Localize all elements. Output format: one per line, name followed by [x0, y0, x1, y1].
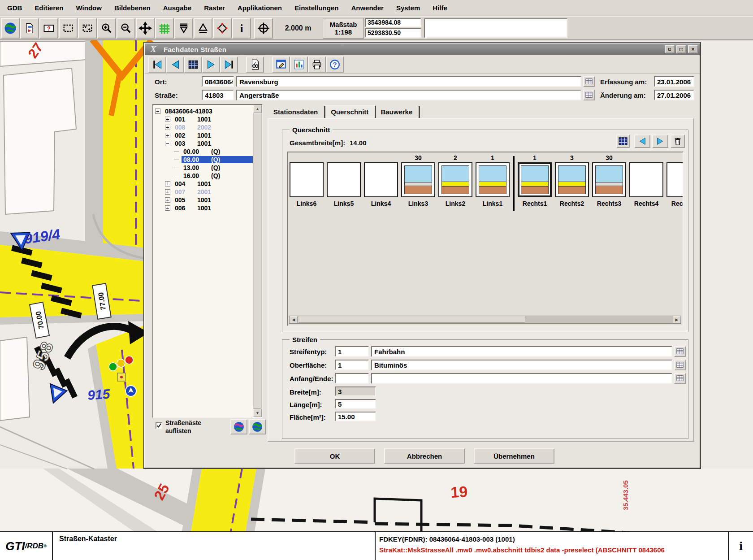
previous-record-icon[interactable]	[166, 56, 184, 73]
strip-links3[interactable]: 30Links3	[401, 154, 435, 211]
close-button[interactable]: ×	[688, 45, 698, 53]
bar-chart-icon[interactable]	[290, 56, 308, 73]
next-record-icon[interactable]	[202, 56, 220, 73]
tree-row[interactable]: 08436064-41803	[153, 107, 253, 115]
triangle-tool-icon[interactable]	[194, 18, 212, 39]
streifentyp-text-field[interactable]: Fahrbahn	[371, 346, 672, 357]
strip-thumbnail[interactable]	[290, 162, 324, 197]
form-edit-icon[interactable]	[272, 56, 290, 73]
strip-delete-icon[interactable]	[671, 135, 685, 148]
tree-row[interactable]: 0041001	[153, 180, 253, 188]
abbrechen-button[interactable]: Abbrechen	[384, 448, 465, 464]
tree-expander-icon[interactable]	[165, 141, 170, 146]
printer-icon[interactable]	[308, 56, 326, 73]
strip-rechts5[interactable]: Rechts5	[666, 154, 683, 211]
help-icon[interactable]: ?	[326, 56, 344, 73]
tree-row[interactable]: 13.00(Q)	[153, 164, 253, 172]
ort-lookup-icon[interactable]	[583, 76, 595, 87]
menu-einstellungen[interactable]: Einstellungen	[294, 4, 338, 12]
tree-row[interactable]: 0061001	[153, 204, 253, 212]
tree-row[interactable]: 16.00(Q)	[153, 172, 253, 180]
scroll-down-icon[interactable]: ▼	[253, 409, 262, 417]
record-table-icon[interactable]	[184, 56, 202, 73]
ort-code-field[interactable]: 08436064	[202, 76, 234, 87]
tree-vertical-scrollbar[interactable]: ▲ ▼	[253, 105, 262, 417]
menu-editieren[interactable]: Editieren	[35, 4, 63, 12]
strip-rechts4[interactable]: Rechts4	[629, 154, 663, 211]
zoom-window-icon[interactable]	[78, 18, 97, 39]
strip-thumbnail[interactable]	[327, 162, 361, 197]
filter-funnel-icon[interactable]	[174, 18, 193, 39]
scroll-up-icon[interactable]: ▲	[253, 105, 262, 113]
document-search-icon[interactable]	[246, 56, 264, 73]
menu-applikationen[interactable]: Applikationen	[238, 4, 282, 12]
strip-previous-icon[interactable]	[634, 135, 650, 148]
strip-thumbnail[interactable]	[629, 162, 663, 197]
tree-row-selected[interactable]: 08.00(Q)	[153, 156, 253, 164]
strasse-code-field[interactable]: 41803	[202, 90, 234, 100]
oberflaeche-code-field[interactable]: 1	[335, 360, 369, 370]
strip-links2[interactable]: 2Links2	[438, 154, 472, 211]
info-icon[interactable]: i	[729, 532, 753, 560]
ort-name-field[interactable]: Ravensburg	[236, 76, 581, 87]
globe-icon[interactable]	[1, 18, 20, 39]
strip-rechts1-selected[interactable]: 1Rechts1	[518, 154, 552, 211]
tree-row[interactable]: 0031001	[153, 139, 253, 148]
menu-anwender[interactable]: Anwender	[351, 4, 384, 12]
aenderung-date-field[interactable]: 27.01.2006	[654, 90, 694, 100]
strip-next-icon[interactable]	[652, 135, 668, 148]
strip-thumbnail[interactable]	[592, 162, 626, 197]
crosshair-icon[interactable]	[254, 18, 273, 39]
menu-raster[interactable]: Raster	[204, 4, 225, 12]
menu-gdb[interactable]: GDB	[7, 4, 22, 12]
strip-links4[interactable]: Links4	[364, 154, 398, 211]
anfang-ende-text-field[interactable]	[371, 373, 672, 384]
menu-bildebenen[interactable]: Bildebenen	[114, 4, 151, 12]
scroll-left-icon[interactable]: ◀	[290, 316, 298, 323]
oberflaeche-lookup-icon[interactable]	[674, 360, 686, 370]
menu-ausgabe[interactable]: Ausgabe	[163, 4, 191, 12]
section-tree[interactable]: 08436064-41803 0011001 0082002 0021001 0…	[153, 105, 253, 417]
tree-row[interactable]: 0082002	[153, 123, 253, 131]
strasse-name-field[interactable]: Angerstraße	[236, 90, 581, 100]
strassenaeste-checkbox[interactable]	[156, 422, 162, 429]
grid-icon[interactable]	[155, 18, 174, 39]
maximize-button[interactable]	[676, 45, 686, 53]
tree-row[interactable]: 0051001	[153, 196, 253, 204]
last-record-icon[interactable]	[220, 56, 238, 73]
erfassung-date-field[interactable]: 23.01.2006	[654, 76, 694, 87]
tree-expander-icon[interactable]	[165, 181, 170, 187]
anfang-ende-lookup-icon[interactable]	[674, 373, 686, 384]
strip-links6[interactable]: Links6	[290, 154, 324, 211]
strip-thumbnail[interactable]	[364, 162, 398, 197]
menu-window[interactable]: Window	[76, 4, 102, 12]
pan-icon[interactable]	[136, 18, 155, 39]
info-icon[interactable]: i	[232, 18, 251, 39]
strip-table-icon[interactable]	[616, 135, 630, 148]
select-rectangle-icon[interactable]	[59, 18, 78, 39]
minimize-button[interactable]	[665, 45, 675, 53]
strip-thumbnail[interactable]	[555, 162, 589, 197]
tree-expander-icon[interactable]	[165, 117, 170, 122]
tree-row[interactable]: 0021001	[153, 131, 253, 139]
menu-hilfe[interactable]: Hilfe	[433, 4, 447, 12]
strip-thumbnail[interactable]	[438, 162, 472, 197]
tree-expander-icon[interactable]	[165, 133, 170, 138]
strasse-lookup-icon[interactable]	[583, 90, 595, 100]
strip-thumbnail[interactable]	[401, 162, 435, 197]
tree-expander-icon[interactable]	[165, 189, 170, 195]
uebernehmen-button[interactable]: Übernehmen	[474, 448, 554, 464]
strip-thumbnail[interactable]	[476, 162, 510, 197]
zoom-in-icon[interactable]	[97, 18, 116, 39]
anfang-ende-code-field[interactable]	[335, 373, 369, 384]
strip-rechts3[interactable]: 30Rechts3	[592, 154, 626, 211]
strip-horizontal-scrollbar[interactable]: ◀ ▶	[289, 316, 681, 324]
strip-thumbnail[interactable]	[518, 162, 552, 197]
strip-rechts2[interactable]: 3Rechts2	[555, 154, 589, 211]
streifentyp-code-field[interactable]: 1	[335, 346, 369, 357]
tree-expander-icon[interactable]	[165, 205, 170, 211]
strip-links5[interactable]: Links5	[327, 154, 361, 211]
query-box-icon[interactable]: ?	[39, 18, 58, 39]
scroll-right-icon[interactable]: ▶	[673, 316, 681, 323]
tree-expander-icon[interactable]	[165, 125, 170, 130]
